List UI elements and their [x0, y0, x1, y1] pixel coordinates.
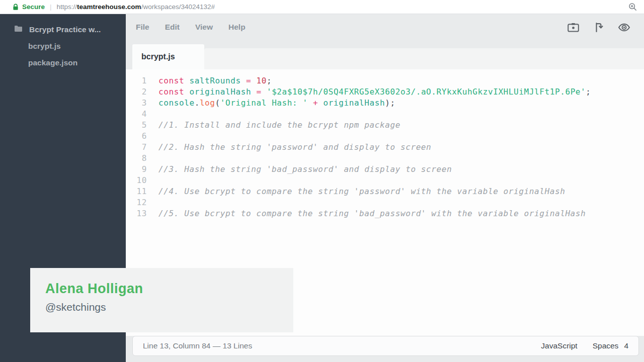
editor-menubar: File Edit View Help [126, 14, 644, 40]
indent-value: 4 [624, 341, 628, 350]
code-text: //5. Use bcrypt to compare the string 'b… [147, 208, 586, 219]
fork-icon[interactable] [593, 22, 604, 33]
line-number: 13 [126, 208, 147, 219]
tab-strip: bcrypt.js [126, 40, 644, 69]
menu-help[interactable]: Help [228, 23, 246, 32]
code-line[interactable]: 9//3. Hash the string 'bad_password' and… [126, 164, 644, 175]
code-line[interactable]: 8 [126, 153, 644, 164]
status-bar: Line 13, Column 84 — 13 Lines JavaScript… [132, 336, 639, 356]
code-text [147, 197, 158, 208]
code-line[interactable]: 10 [126, 175, 644, 186]
line-number: 2 [126, 86, 147, 98]
editor-toolbar [568, 22, 630, 33]
sidebar-item-label: Bcrypt Practice w... [29, 25, 101, 34]
menu-edit[interactable]: Edit [165, 23, 180, 32]
sidebar-item-bcrypt-js[interactable]: bcrypt.js [0, 38, 126, 54]
tab-label: bcrypt.js [141, 52, 175, 61]
line-number: 8 [126, 153, 147, 164]
code-text: const saltRounds = 10; [147, 75, 272, 86]
code-line[interactable]: 13//5. Use bcrypt to compare the string … [126, 208, 644, 219]
indent-selector[interactable]: Spaces 4 [593, 341, 628, 350]
sidebar-item-label: package.json [28, 58, 77, 67]
code-text: //3. Hash the string 'bad_password' and … [147, 164, 452, 175]
zoom-in-icon[interactable] [628, 3, 637, 11]
sidebar-item-package-json[interactable]: package.json [0, 54, 126, 71]
url-domain: teamtreehouse.com [77, 3, 141, 11]
tab-strip-background [204, 48, 644, 69]
line-number: 3 [126, 98, 147, 109]
code-line[interactable]: 11//4. Use bcrypt to compare the string … [126, 186, 644, 197]
code-text [147, 131, 158, 142]
url-scheme: https:// [57, 3, 77, 11]
instructor-handle: @sketchings [45, 301, 293, 313]
secure-label: Secure [22, 3, 45, 11]
code-text: const originalHash = '$2a$10$7h/0SQ4FXRG… [147, 86, 591, 98]
line-number: 4 [126, 109, 147, 120]
code-line[interactable]: 6 [126, 131, 644, 142]
menu-view[interactable]: View [195, 23, 213, 32]
tab-bcrypt-js[interactable]: bcrypt.js [132, 44, 204, 69]
code-text [147, 109, 158, 120]
address-divider: | [50, 3, 52, 11]
code-text: //1. Install and include the bcrypt npm … [147, 120, 400, 131]
code-line[interactable]: 2const originalHash = '$2a$10$7h/0SQ4FXR… [126, 86, 644, 98]
menu-file[interactable]: File [136, 23, 149, 32]
line-number: 7 [126, 142, 147, 153]
folder-icon [14, 25, 23, 34]
sidebar-item-label: bcrypt.js [28, 42, 61, 51]
line-number: 12 [126, 197, 147, 208]
code-text [147, 175, 158, 186]
line-number: 5 [126, 120, 147, 131]
code-line[interactable]: 3console.log('Original Hash: ' + origina… [126, 98, 644, 109]
line-number: 6 [126, 131, 147, 142]
browser-address-bar[interactable]: Secure | https:// teamtreehouse.com /wor… [0, 0, 644, 14]
instructor-overlay: Alena Holligan @sketchings [30, 268, 293, 332]
code-text: //2. Hash the string 'password' and disp… [147, 142, 431, 153]
line-number: 1 [126, 75, 147, 86]
camera-icon[interactable] [568, 23, 579, 32]
url-text[interactable]: https:// teamtreehouse.com /workspaces/3… [57, 3, 215, 11]
code-line[interactable]: 5//1. Install and include the bcrypt npm… [126, 120, 644, 131]
code-text: //4. Use bcrypt to compare the string 'p… [147, 186, 565, 197]
code-line[interactable]: 1const saltRounds = 10; [126, 75, 644, 86]
code-line[interactable]: 4 [126, 109, 644, 120]
sidebar-item-project-folder[interactable]: Bcrypt Practice w... [0, 21, 126, 38]
code-line[interactable]: 12 [126, 197, 644, 208]
lock-icon[interactable] [13, 4, 19, 11]
language-selector[interactable]: JavaScript [541, 341, 577, 350]
url-path: /workspaces/34024132# [141, 3, 215, 11]
line-number: 10 [126, 175, 147, 186]
code-line[interactable]: 7//2. Hash the string 'password' and dis… [126, 142, 644, 153]
code-text: console.log('Original Hash: ' + original… [147, 98, 395, 109]
line-number: 9 [126, 164, 147, 175]
status-right: JavaScript Spaces 4 [541, 341, 628, 350]
instructor-name: Alena Holligan [45, 281, 293, 297]
line-number: 11 [126, 186, 147, 197]
eye-icon[interactable] [618, 23, 630, 32]
cursor-position: Line 13, Column 84 — 13 Lines [143, 341, 252, 350]
indent-label: Spaces [593, 341, 619, 350]
code-text [147, 153, 158, 164]
